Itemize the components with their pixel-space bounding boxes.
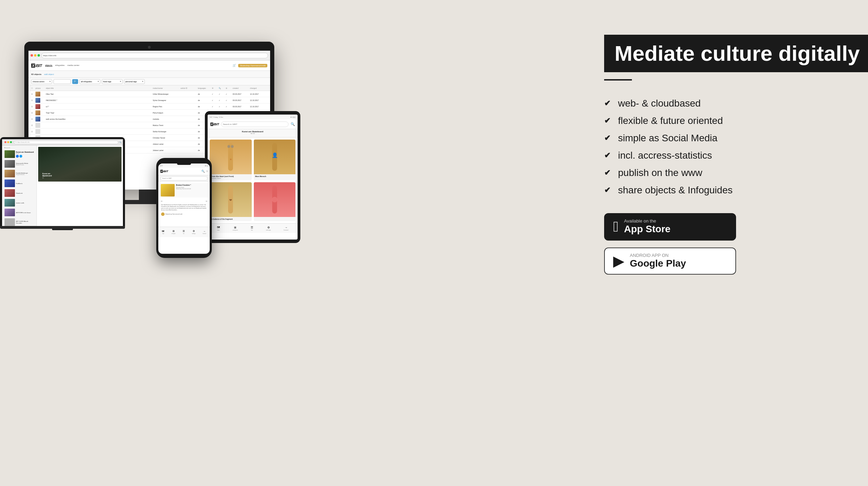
cart-icon[interactable]: 🛒 [233, 64, 236, 67]
feature-text-4: incl. accress-statistics [618, 150, 712, 161]
phone-forward-icon: → [203, 230, 206, 233]
phone-nav-map[interactable]: 🗺 map [162, 230, 164, 234]
nav-infoguides[interactable]: infoguides [55, 64, 65, 67]
tablet-nav-map[interactable]: 🗺 map [217, 226, 220, 231]
facebook-icon[interactable] [16, 155, 19, 158]
sidebar-item-8[interactable]: ART GUIDE Altandt Gmunden [3, 218, 35, 226]
laptop-url-bar[interactable]: Si: https://www.xbit.info [14, 141, 118, 144]
logo-x: X [31, 64, 35, 68]
tablet-nav-list[interactable]: ☰ list [251, 226, 253, 231]
app-filters: choose action ▼ 🔍 all infoguides ▼ fixed… [28, 78, 270, 85]
svg-text:👤: 👤 [272, 152, 278, 158]
feature-item-2: ✔ flexible & future oriented [604, 115, 847, 126]
phone-screen: 9:07 4G ▒ XiBIT 🔍 ↑ [158, 164, 210, 254]
google-play-icon: ▶ [613, 254, 624, 268]
phone-map-icon: 🗺 [162, 230, 164, 233]
sidebar-item-7[interactable]: ARTFORM in de blouse [3, 208, 35, 217]
phone-item-info: Broken Freedom * Thomas Heard Skateshop … [176, 184, 207, 196]
tablet-grid: ☀ From this Heart (sort Front) Christian… [208, 137, 298, 223]
sidebar-thumb-8 [5, 218, 15, 226]
tablet-item-4[interactable] [254, 182, 296, 221]
sidebar-item-5[interactable]: Skatebook [3, 188, 35, 198]
table-row: ☐a.f.*Regine Polsde✓✓✓03.03.201712.10.20… [28, 103, 270, 110]
checkmark-icon-3: ✔ [604, 134, 614, 143]
tablet-nav-settings[interactable]: ⚙ settings [266, 226, 271, 231]
tablet-screen: 9:07 · Freitag · 9. Dez 4G ▒▒▒ XiBIT 🔍 K… [208, 115, 298, 240]
col-article: article ID [181, 87, 198, 89]
tablet-nav-forward[interactable]: → forward [284, 226, 288, 231]
phone-item-card[interactable]: Broken Freedom * Thomas Heard Skateshop … [160, 183, 208, 198]
all-infoguides-select[interactable]: all infoguides ▼ [80, 79, 100, 84]
search-button[interactable]: 🔍 [72, 79, 78, 84]
app-logo: XiBIT [31, 64, 42, 68]
app-store-small-text: Available on the [624, 219, 670, 223]
tablet-search-icon[interactable]: 🔍 [291, 122, 295, 126]
tablet-infoguide-subtitle: Vol. 01 [210, 133, 295, 134]
minimize-btn-icon[interactable] [34, 54, 36, 57]
main-headline: Mediate culture digitally [615, 42, 860, 65]
google-play-big-text: Google Play [630, 258, 686, 269]
google-play-small-text: ANDROID APP ON [630, 253, 686, 258]
phone-prev-icon[interactable]: ← [160, 200, 163, 203]
tablet-item-1[interactable]: ☀ From this Heart (sort Front) Christian… [210, 140, 252, 180]
sidebar-item-6[interactable]: invative walls [3, 198, 35, 207]
nav-mediacenter[interactable]: media center [67, 64, 80, 67]
sidebar-title-2: Gesammelte Werke [16, 162, 28, 164]
laptop-maximize-icon[interactable] [10, 141, 12, 143]
sidebar-item-1[interactable]: Kunst am Skateboard Vol. 01 [3, 150, 35, 159]
tablet-item-img-4 [254, 182, 296, 217]
skateboard-svg-1: ☀ [225, 141, 236, 173]
phone-compact-icon: ⊞ [173, 230, 175, 233]
phone-logo-x: X [160, 170, 163, 173]
nav-objects[interactable]: objects [45, 64, 52, 67]
laptop-minimize-icon[interactable] [7, 141, 9, 143]
tablet-nav-map-label: map [217, 229, 220, 231]
sidebar-thumb-1 [5, 150, 15, 158]
url-bar[interactable]: https://xbit.info [41, 53, 268, 58]
choose-action-select[interactable]: choose action ▼ [31, 79, 52, 84]
settings-icon: ⚙ [267, 226, 270, 229]
sidebar-item-4[interactable]: Knallbonts [3, 179, 35, 188]
tablet-time: 9:07 · Freitag · 9. Dez [210, 116, 223, 118]
sidebar-item-3[interactable]: Familie Beltzberger Infoguide Bestand... [3, 169, 35, 178]
sidebar-thumb-4 [5, 179, 15, 187]
fixed-tags-select[interactable]: fixed tags ▼ [102, 79, 123, 84]
phone-nav-compact[interactable]: ⊞ compact [172, 230, 175, 234]
phone-search-input[interactable] [160, 176, 208, 181]
tablet-item-img-2: 👤 [254, 140, 296, 174]
tablet-search-input[interactable] [221, 122, 289, 127]
phone-share-icon[interactable]: ↑ [206, 170, 208, 173]
headline-underline [604, 79, 632, 81]
twitter-icon[interactable] [19, 155, 22, 158]
phone-app-header: XiBIT 🔍 ↑ [158, 168, 210, 175]
search-field[interactable] [53, 79, 71, 84]
app-store-text: Available on the App Store [624, 219, 670, 235]
tablet-item-title-3: In balance of the fragment [211, 218, 250, 220]
close-btn-icon[interactable] [31, 54, 33, 57]
laptop-close-icon[interactable] [5, 141, 7, 143]
personal-tags-select[interactable]: personal tags ▼ [124, 79, 145, 84]
maximize-btn-icon[interactable] [37, 54, 40, 57]
app-store-big-text: App Store [624, 223, 670, 235]
tablet-app-header: XiBIT 🔍 [208, 119, 298, 129]
google-play-button[interactable]: ▶ ANDROID APP ON Google Play [604, 248, 736, 275]
svg-point-9 [272, 197, 277, 202]
sidebar-item-2[interactable]: Gesammelte Werke Bestand Thomas... [3, 159, 35, 168]
phone-nav-forward[interactable]: → forward [203, 230, 206, 234]
add-object-link[interactable]: add object [44, 73, 54, 75]
sidebar-label-8: ART GUIDE Altandt Gmunden [16, 220, 34, 224]
tablet-nav-compact[interactable]: ⊞ compact [233, 226, 238, 231]
tablet-item-3[interactable]: ❤ In balance of the fragment [210, 182, 252, 221]
phone-nav-settings[interactable]: ⚙ settings [192, 230, 195, 234]
phone-bottom-nav: 🗺 map ⊞ compact ☰ list ⚙ settings [158, 227, 210, 237]
phone-shop-name: Skateshop Hammerschmidt [165, 213, 182, 215]
phone-nav-list[interactable]: ☰ list [183, 230, 185, 234]
tablet-item-label-3: In balance of the fragment [210, 217, 252, 221]
chevron-down-icon-2: ▼ [98, 81, 99, 82]
app-header: XiBIT objects infoguides media center 🛒 … [28, 60, 270, 71]
map-icon: 🗺 [217, 226, 220, 229]
phone-search-icon[interactable]: 🔍 [201, 170, 205, 173]
tablet-item-2[interactable]: 👤 Ware Mensch [254, 140, 296, 180]
phone-next-icon[interactable]: → [205, 200, 208, 203]
app-store-button[interactable]:  Available on the App Store [604, 213, 736, 241]
